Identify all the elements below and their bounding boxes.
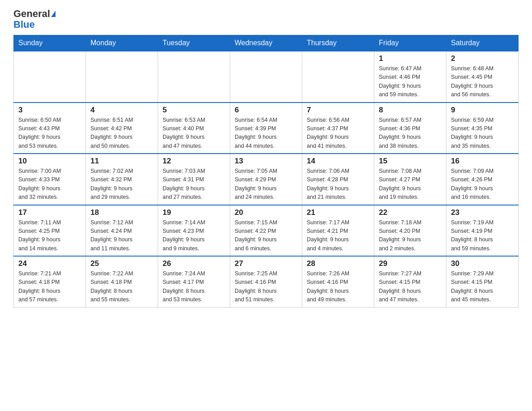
day-number: 23 [451, 208, 514, 217]
day-info: Sunrise: 7:06 AM Sunset: 4:28 PM Dayligh… [307, 167, 369, 202]
calendar-cell: 26Sunrise: 7:24 AM Sunset: 4:17 PM Dayli… [158, 256, 230, 307]
day-number: 15 [379, 157, 442, 166]
day-number: 29 [379, 259, 442, 268]
day-info: Sunrise: 6:56 AM Sunset: 4:37 PM Dayligh… [307, 116, 369, 151]
day-number: 7 [307, 106, 369, 115]
day-info: Sunrise: 6:59 AM Sunset: 4:35 PM Dayligh… [451, 116, 514, 151]
day-number: 12 [163, 157, 225, 166]
day-number: 5 [163, 106, 225, 115]
calendar-cell: 24Sunrise: 7:21 AM Sunset: 4:18 PM Dayli… [14, 256, 86, 307]
calendar-week-row: 10Sunrise: 7:00 AM Sunset: 4:33 PM Dayli… [14, 154, 519, 205]
day-info: Sunrise: 7:21 AM Sunset: 4:18 PM Dayligh… [18, 270, 81, 304]
calendar-cell: 17Sunrise: 7:11 AM Sunset: 4:25 PM Dayli… [14, 205, 86, 257]
day-number: 3 [18, 106, 81, 115]
day-info: Sunrise: 6:50 AM Sunset: 4:43 PM Dayligh… [18, 116, 81, 151]
calendar-header-row: SundayMondayTuesdayWednesdayThursdayFrid… [14, 35, 519, 51]
day-info: Sunrise: 7:17 AM Sunset: 4:21 PM Dayligh… [307, 218, 369, 253]
calendar-cell: 25Sunrise: 7:22 AM Sunset: 4:18 PM Dayli… [86, 256, 158, 307]
calendar-cell: 6Sunrise: 6:54 AM Sunset: 4:39 PM Daylig… [230, 103, 302, 154]
weekday-header-saturday: Saturday [446, 35, 519, 51]
calendar-week-row: 1Sunrise: 6:47 AM Sunset: 4:46 PM Daylig… [14, 51, 519, 103]
day-info: Sunrise: 7:00 AM Sunset: 4:33 PM Dayligh… [18, 167, 81, 202]
day-number: 21 [307, 208, 369, 217]
day-number: 24 [18, 259, 81, 268]
calendar-cell: 5Sunrise: 6:53 AM Sunset: 4:40 PM Daylig… [158, 103, 230, 154]
logo-text-general: General [13, 9, 50, 19]
weekday-header-sunday: Sunday [14, 35, 86, 51]
day-info: Sunrise: 6:51 AM Sunset: 4:42 PM Dayligh… [90, 116, 153, 151]
day-info: Sunrise: 7:18 AM Sunset: 4:20 PM Dayligh… [379, 218, 442, 253]
day-info: Sunrise: 7:27 AM Sunset: 4:15 PM Dayligh… [379, 270, 442, 304]
calendar-week-row: 17Sunrise: 7:11 AM Sunset: 4:25 PM Dayli… [14, 205, 519, 257]
day-number: 11 [90, 157, 153, 166]
calendar-cell: 22Sunrise: 7:18 AM Sunset: 4:20 PM Dayli… [374, 205, 446, 257]
weekday-header-monday: Monday [86, 35, 158, 51]
day-info: Sunrise: 6:53 AM Sunset: 4:40 PM Dayligh… [163, 116, 225, 151]
page-header: General Blue [13, 9, 519, 30]
day-info: Sunrise: 7:24 AM Sunset: 4:17 PM Dayligh… [163, 270, 225, 304]
day-number: 20 [235, 208, 297, 217]
calendar-cell: 7Sunrise: 6:56 AM Sunset: 4:37 PM Daylig… [302, 103, 374, 154]
day-info: Sunrise: 7:09 AM Sunset: 4:26 PM Dayligh… [451, 167, 514, 202]
day-number: 14 [307, 157, 369, 166]
calendar-cell: 30Sunrise: 7:29 AM Sunset: 4:15 PM Dayli… [446, 256, 519, 307]
calendar-cell: 2Sunrise: 6:48 AM Sunset: 4:45 PM Daylig… [446, 51, 519, 103]
logo: General Blue [13, 9, 56, 30]
day-info: Sunrise: 7:15 AM Sunset: 4:22 PM Dayligh… [235, 218, 297, 253]
day-number: 2 [451, 54, 514, 63]
day-number: 17 [18, 208, 81, 217]
day-number: 16 [451, 157, 514, 166]
day-number: 1 [379, 54, 442, 63]
calendar-cell: 15Sunrise: 7:08 AM Sunset: 4:27 PM Dayli… [374, 154, 446, 205]
day-info: Sunrise: 7:25 AM Sunset: 4:16 PM Dayligh… [235, 270, 297, 304]
calendar-week-row: 3Sunrise: 6:50 AM Sunset: 4:43 PM Daylig… [14, 103, 519, 154]
day-info: Sunrise: 7:11 AM Sunset: 4:25 PM Dayligh… [18, 218, 81, 253]
day-info: Sunrise: 7:02 AM Sunset: 4:32 PM Dayligh… [90, 167, 153, 202]
day-number: 18 [90, 208, 153, 217]
calendar-cell: 19Sunrise: 7:14 AM Sunset: 4:23 PM Dayli… [158, 205, 230, 257]
calendar-cell [230, 51, 302, 103]
weekday-header-friday: Friday [374, 35, 446, 51]
day-number: 27 [235, 259, 297, 268]
weekday-header-wednesday: Wednesday [230, 35, 302, 51]
calendar-cell: 9Sunrise: 6:59 AM Sunset: 4:35 PM Daylig… [446, 103, 519, 154]
day-info: Sunrise: 6:47 AM Sunset: 4:46 PM Dayligh… [379, 64, 442, 99]
calendar-cell: 16Sunrise: 7:09 AM Sunset: 4:26 PM Dayli… [446, 154, 519, 205]
calendar-cell: 29Sunrise: 7:27 AM Sunset: 4:15 PM Dayli… [374, 256, 446, 307]
day-number: 13 [235, 157, 297, 166]
day-number: 10 [18, 157, 81, 166]
day-number: 4 [90, 106, 153, 115]
calendar-cell [158, 51, 230, 103]
day-number: 28 [307, 259, 369, 268]
calendar-cell: 23Sunrise: 7:19 AM Sunset: 4:19 PM Dayli… [446, 205, 519, 257]
day-info: Sunrise: 7:03 AM Sunset: 4:31 PM Dayligh… [163, 167, 225, 202]
calendar-cell: 8Sunrise: 6:57 AM Sunset: 4:36 PM Daylig… [374, 103, 446, 154]
calendar-cell: 28Sunrise: 7:26 AM Sunset: 4:16 PM Dayli… [302, 256, 374, 307]
weekday-header-thursday: Thursday [302, 35, 374, 51]
calendar-cell: 12Sunrise: 7:03 AM Sunset: 4:31 PM Dayli… [158, 154, 230, 205]
calendar-cell: 1Sunrise: 6:47 AM Sunset: 4:46 PM Daylig… [374, 51, 446, 103]
day-info: Sunrise: 7:22 AM Sunset: 4:18 PM Dayligh… [90, 270, 153, 304]
calendar-cell: 3Sunrise: 6:50 AM Sunset: 4:43 PM Daylig… [14, 103, 86, 154]
day-info: Sunrise: 6:54 AM Sunset: 4:39 PM Dayligh… [235, 116, 297, 151]
calendar-cell: 14Sunrise: 7:06 AM Sunset: 4:28 PM Dayli… [302, 154, 374, 205]
calendar-cell: 11Sunrise: 7:02 AM Sunset: 4:32 PM Dayli… [86, 154, 158, 205]
day-info: Sunrise: 7:05 AM Sunset: 4:29 PM Dayligh… [235, 167, 297, 202]
day-number: 30 [451, 259, 514, 268]
day-number: 25 [90, 259, 153, 268]
day-info: Sunrise: 7:26 AM Sunset: 4:16 PM Dayligh… [307, 270, 369, 304]
calendar-cell: 13Sunrise: 7:05 AM Sunset: 4:29 PM Dayli… [230, 154, 302, 205]
day-info: Sunrise: 7:19 AM Sunset: 4:19 PM Dayligh… [451, 218, 514, 253]
calendar-table: SundayMondayTuesdayWednesdayThursdayFrid… [13, 35, 519, 308]
day-number: 9 [451, 106, 514, 115]
calendar-cell: 10Sunrise: 7:00 AM Sunset: 4:33 PM Dayli… [14, 154, 86, 205]
day-info: Sunrise: 6:48 AM Sunset: 4:45 PM Dayligh… [451, 64, 514, 99]
day-number: 8 [379, 106, 442, 115]
weekday-header-tuesday: Tuesday [158, 35, 230, 51]
day-number: 22 [379, 208, 442, 217]
calendar-cell: 27Sunrise: 7:25 AM Sunset: 4:16 PM Dayli… [230, 256, 302, 307]
calendar-cell: 4Sunrise: 6:51 AM Sunset: 4:42 PM Daylig… [86, 103, 158, 154]
day-info: Sunrise: 7:08 AM Sunset: 4:27 PM Dayligh… [379, 167, 442, 202]
calendar-cell [14, 51, 86, 103]
calendar-cell [302, 51, 374, 103]
